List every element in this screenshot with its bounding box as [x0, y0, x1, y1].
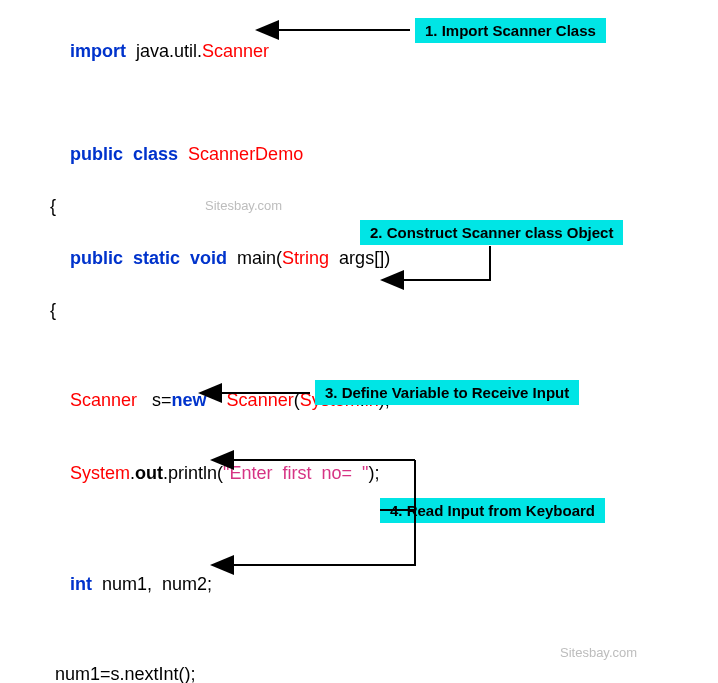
watermark-2: Sitesbay.com [560, 645, 637, 660]
arg-type: String [282, 248, 329, 268]
cls-scanner: Scanner [202, 41, 269, 61]
line-brace-open-2: { [50, 300, 718, 321]
callout-2: 2. Construct Scanner class Object [360, 220, 623, 245]
kw-public: public [70, 144, 123, 164]
ctor-scanner: Scanner [227, 390, 294, 410]
line-classdecl: public class ScannerDemo [50, 123, 718, 186]
line-declare-vars: int num1, num2; [50, 553, 718, 616]
cls-name: ScannerDemo [188, 144, 303, 164]
kw-static: static [123, 248, 180, 268]
watermark-1: Sitesbay.com [205, 198, 282, 213]
system2: System [70, 463, 130, 483]
println1: println( [168, 463, 223, 483]
str1: "Enter first no= " [223, 463, 368, 483]
var-ids: num1, num2; [92, 574, 212, 594]
space [207, 390, 227, 410]
callout-1: 1. Import Scanner Class [415, 18, 606, 43]
line-nextint-1: num1=s.nextInt(); [50, 664, 718, 683]
callout-4: 4. Read Input from Keyboard [380, 498, 605, 523]
assign: s= [137, 390, 172, 410]
kw-class: class [123, 144, 188, 164]
pkg-path: java.util. [126, 41, 202, 61]
kw-new: new [172, 390, 207, 410]
code-block: import java.util.Scanner public class Sc… [50, 20, 718, 683]
kw-import: import [70, 41, 126, 61]
callout-3: 3. Define Variable to Receive Input [315, 380, 579, 405]
kw-void: void [180, 248, 237, 268]
close1: ); [368, 463, 379, 483]
kw-int: int [70, 574, 92, 594]
line-import: import java.util.Scanner [50, 20, 718, 83]
arg-close: args[]) [329, 248, 390, 268]
line-println-1: System.out.println("Enter first no= "); [50, 442, 718, 505]
line-brace-open-1: { [50, 196, 718, 217]
out1: out [135, 463, 163, 483]
type-scanner: Scanner [70, 390, 137, 410]
kw-public2: public [70, 248, 123, 268]
main-open: main( [237, 248, 282, 268]
